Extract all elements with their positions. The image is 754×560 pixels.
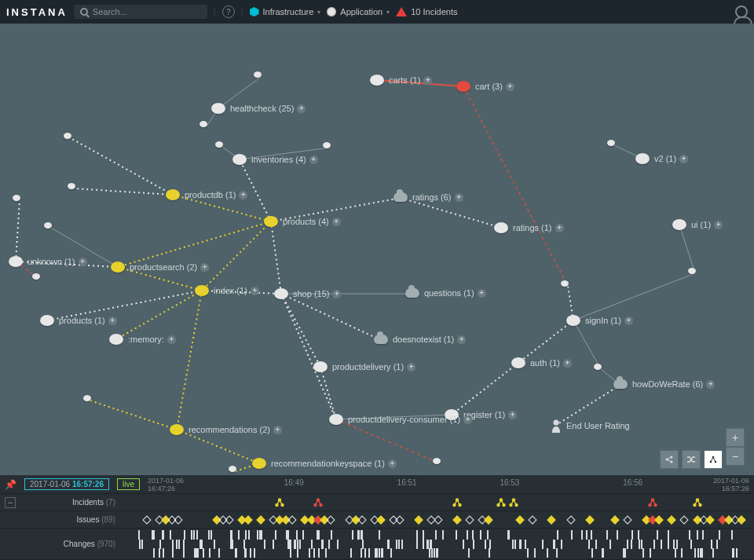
- expand-icon[interactable]: +: [167, 335, 176, 344]
- graph-node-productsearch[interactable]: productsearch (2) +: [111, 262, 209, 273]
- layout-button[interactable]: [704, 450, 723, 469]
- timeline-row-changes[interactable]: Changes (970): [0, 529, 754, 560]
- expand-icon[interactable]: +: [200, 263, 209, 272]
- graph-node-dotright[interactable]: [688, 268, 696, 274]
- incident-marker[interactable]: [275, 498, 284, 507]
- graph-node-shop[interactable]: shop (15) +: [274, 288, 341, 299]
- issue-marker[interactable]: [376, 515, 385, 524]
- graph-node-dot4[interactable]: [323, 142, 331, 148]
- issue-marker[interactable]: [737, 515, 745, 524]
- expand-icon[interactable]: +: [332, 218, 341, 226]
- expand-icon[interactable]: +: [239, 191, 247, 199]
- expand-icon[interactable]: +: [506, 82, 514, 91]
- graph-node-howDoWeRate[interactable]: howDoWeRate (6) +: [613, 379, 715, 389]
- issue-marker[interactable]: [610, 515, 619, 524]
- graph-node-dotb2[interactable]: [229, 466, 236, 472]
- timeline-row-incidents[interactable]: Incidents (7): [0, 494, 754, 511]
- issue-marker[interactable]: [566, 515, 575, 524]
- issue-marker[interactable]: [143, 515, 152, 524]
- graph-node-pdc[interactable]: productdelivery-consumer (1) +: [329, 414, 472, 425]
- incident-marker[interactable]: [313, 498, 323, 507]
- incident-marker[interactable]: [496, 498, 506, 507]
- graph-node-dot5[interactable]: [607, 140, 615, 146]
- graph-node-unknown[interactable]: unknown (1) +: [9, 256, 87, 267]
- graph-node-ratings1[interactable]: ratings (1) +: [494, 222, 564, 233]
- expand-icon[interactable]: +: [478, 289, 486, 298]
- graph-node-productdb[interactable]: productdb (1) +: [166, 189, 247, 200]
- graph-node-dotLeft2[interactable]: [64, 133, 71, 139]
- graph-node-recommend[interactable]: recommendations (2) +: [170, 424, 282, 435]
- graph-node-signIn[interactable]: signIn (1) +: [566, 315, 633, 326]
- issue-marker[interactable]: [452, 515, 461, 524]
- expand-icon[interactable]: +: [79, 258, 87, 266]
- graph-node-dot2[interactable]: [199, 121, 207, 127]
- graph-node-dotpdb[interactable]: [68, 183, 75, 189]
- expand-icon[interactable]: +: [455, 193, 463, 202]
- issue-marker[interactable]: [415, 515, 423, 524]
- shuffle-button[interactable]: [682, 450, 701, 469]
- share-button[interactable]: [660, 450, 679, 469]
- graph-node-carts[interactable]: carts (1) +: [370, 75, 432, 86]
- issue-marker[interactable]: [515, 515, 524, 524]
- issue-marker[interactable]: [243, 515, 252, 524]
- issue-marker[interactable]: [326, 515, 335, 524]
- current-time-pill[interactable]: 2017-01-06 16:57:26: [24, 478, 109, 490]
- graph-node-dotq[interactable]: [561, 280, 569, 287]
- expand-icon[interactable]: +: [679, 155, 688, 163]
- issue-marker[interactable]: [655, 515, 664, 524]
- expand-icon[interactable]: +: [555, 224, 564, 232]
- expand-icon[interactable]: +: [297, 104, 306, 113]
- help-icon[interactable]: ?: [222, 5, 235, 18]
- graph-node-dotps2[interactable]: [32, 273, 40, 280]
- graph-node-products4[interactable]: products (4) +: [264, 216, 341, 227]
- expand-icon[interactable]: +: [332, 290, 341, 298]
- issue-marker[interactable]: [705, 515, 714, 524]
- graph-node-ratings6[interactable]: ratings (6) +: [393, 192, 463, 202]
- expand-icon[interactable]: +: [108, 317, 117, 325]
- expand-icon[interactable]: +: [273, 426, 282, 434]
- incident-marker[interactable]: [648, 498, 657, 507]
- issue-marker[interactable]: [225, 515, 233, 524]
- expand-icon[interactable]: +: [388, 459, 397, 468]
- graph-node-dot1[interactable]: [254, 71, 262, 78]
- nav-application[interactable]: Application ▾: [327, 7, 390, 16]
- issue-marker[interactable]: [288, 515, 297, 524]
- expand-icon[interactable]: +: [251, 287, 259, 295]
- expand-icon[interactable]: +: [508, 411, 517, 419]
- expand-icon[interactable]: +: [423, 76, 432, 85]
- graph-node-ui[interactable]: ui (1) +: [672, 219, 723, 230]
- issue-marker[interactable]: [434, 515, 442, 524]
- graph-node-memory[interactable]: :memory: +: [109, 334, 176, 345]
- zoom-out-button[interactable]: −: [726, 447, 745, 466]
- graph-node-dotsign[interactable]: [594, 364, 602, 370]
- graph-node-inventories[interactable]: inventories (4) +: [232, 154, 318, 165]
- live-pill[interactable]: live: [117, 478, 140, 490]
- zoom-in-button[interactable]: +: [726, 428, 745, 447]
- pin-icon[interactable]: 📌: [5, 479, 16, 490]
- graph-node-dotLeft[interactable]: [13, 195, 20, 201]
- issue-marker[interactable]: [174, 515, 183, 524]
- expand-icon[interactable]: +: [714, 221, 723, 229]
- graph-node-questions[interactable]: questions (1) +: [405, 288, 486, 298]
- nav-incidents[interactable]: 10 Incidents: [396, 7, 457, 16]
- graph-node-productdelivery[interactable]: productdelivery (1) +: [313, 361, 415, 372]
- graph-node-healthcheck[interactable]: healthcheck (25) +: [211, 103, 306, 114]
- graph-node-v2[interactable]: v2 (1) +: [635, 153, 688, 164]
- graph-node-doesnotexist[interactable]: doesnotexist (1) +: [374, 335, 466, 344]
- expand-icon[interactable]: +: [706, 380, 715, 389]
- issue-marker[interactable]: [529, 515, 537, 524]
- issue-marker[interactable]: [396, 515, 404, 524]
- expand-icon[interactable]: +: [563, 359, 572, 368]
- nav-infrastructure[interactable]: Infrastructure ▾: [250, 7, 321, 16]
- incident-marker[interactable]: [693, 498, 702, 507]
- graph-node-cart[interactable]: cart (3) +: [456, 81, 514, 92]
- issue-marker[interactable]: [547, 515, 556, 524]
- graph-node-dotreco[interactable]: [83, 395, 91, 401]
- issue-marker[interactable]: [585, 515, 594, 524]
- graph-node-dotb1[interactable]: [433, 458, 441, 464]
- expand-icon[interactable]: +: [309, 156, 318, 164]
- graph-node-enduser[interactable]: End User Rating: [551, 419, 630, 433]
- graph-node-products1[interactable]: products (1) +: [40, 315, 117, 326]
- graph-node-index[interactable]: index (1) +: [195, 285, 259, 296]
- graph-node-dotps[interactable]: [44, 222, 52, 229]
